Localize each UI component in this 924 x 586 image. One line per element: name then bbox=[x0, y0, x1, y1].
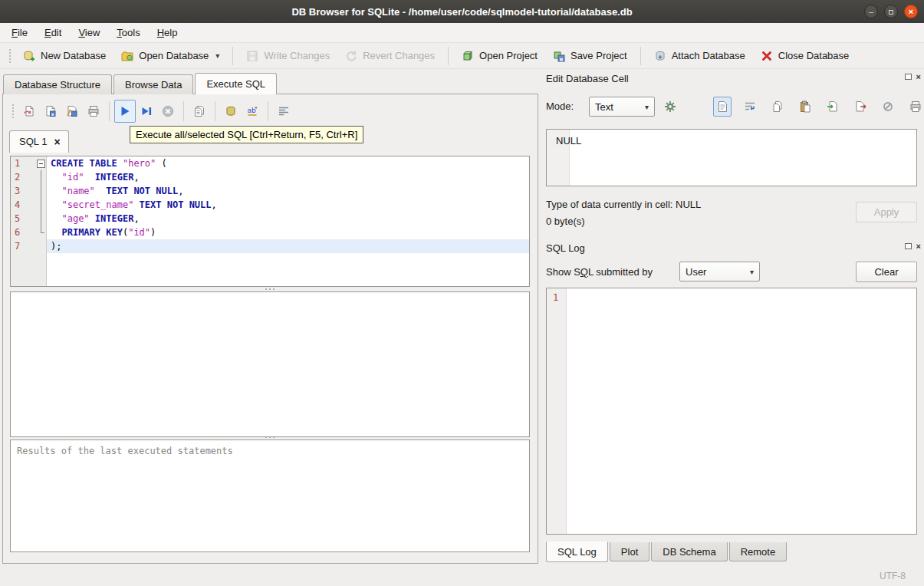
set-null-button[interactable] bbox=[879, 97, 897, 117]
encoding-indicator[interactable]: UTF-8 bbox=[880, 571, 906, 581]
save-as-view-button[interactable] bbox=[220, 100, 242, 123]
execute-current-line-button[interactable] bbox=[136, 100, 157, 123]
copy-cell-button[interactable] bbox=[768, 97, 787, 117]
results-grid[interactable] bbox=[10, 291, 530, 437]
save-project-button[interactable]: Save Project bbox=[545, 45, 635, 67]
tab-db-schema[interactable]: DB Schema bbox=[651, 542, 727, 561]
format-sql-button[interactable] bbox=[273, 100, 294, 123]
mode-combo[interactable]: Text ▾ bbox=[589, 97, 655, 117]
new-database-button[interactable]: New Database bbox=[15, 45, 113, 67]
cell-editor-icons bbox=[713, 97, 924, 117]
save-sql-file-button[interactable] bbox=[40, 100, 61, 123]
code-text: "secret_name" TEXT NOT NULL, bbox=[51, 198, 217, 212]
write-changes-icon bbox=[246, 50, 258, 62]
text-mode-button[interactable] bbox=[713, 97, 732, 117]
open-database-button[interactable]: Open Database ▾ bbox=[113, 45, 227, 67]
tab-database-structure[interactable]: Database Structure bbox=[3, 74, 112, 94]
float-panel-icon[interactable] bbox=[905, 74, 912, 80]
editor-lines: 1CREATE TABLE "hero" (2 "id" INTEGER,3 "… bbox=[11, 156, 529, 253]
fold-guide bbox=[36, 184, 46, 198]
word-wrap-button[interactable] bbox=[741, 97, 759, 117]
statusbar: UTF-8 bbox=[0, 565, 924, 586]
sql-log-line-number: 1 bbox=[553, 292, 558, 303]
execute-all-icon bbox=[119, 105, 131, 117]
menu-view[interactable]: View bbox=[70, 24, 108, 41]
sql-tab-1[interactable]: SQL 1 × bbox=[9, 130, 69, 153]
log-filter-combo[interactable]: User ▾ bbox=[679, 262, 760, 281]
tab-remote[interactable]: Remote bbox=[729, 542, 788, 561]
open-project-icon bbox=[462, 50, 474, 62]
execute-all-button[interactable] bbox=[114, 100, 136, 123]
editor-line[interactable]: 4 "secret_name" TEXT NOT NULL, bbox=[11, 198, 529, 212]
line-number: 3 bbox=[15, 184, 33, 198]
fold-guide bbox=[36, 239, 46, 253]
tab-execute-sql[interactable]: Execute SQL bbox=[195, 73, 277, 94]
export-cell-data-button[interactable] bbox=[851, 97, 870, 117]
close-button[interactable]: × bbox=[904, 5, 918, 18]
close-panel-icon[interactable]: × bbox=[916, 73, 921, 81]
attach-database-button[interactable]: Attach Database bbox=[646, 45, 753, 67]
minimize-button[interactable]: – bbox=[864, 5, 878, 18]
cell-editor[interactable]: NULL bbox=[546, 129, 917, 186]
toolbar-drag-handle[interactable] bbox=[8, 48, 12, 64]
open-project-button[interactable]: Open Project bbox=[454, 45, 545, 67]
menu-help[interactable]: Help bbox=[149, 24, 186, 41]
set-null-icon bbox=[882, 100, 894, 113]
line-number: 4 bbox=[15, 198, 33, 212]
menu-edit[interactable]: Edit bbox=[36, 24, 70, 41]
cell-type-info: Type of data currently in cell: NULL bbox=[546, 199, 701, 210]
text-page-icon bbox=[717, 100, 728, 113]
line-number: 2 bbox=[15, 170, 33, 184]
clear-log-button[interactable]: Clear bbox=[856, 262, 917, 282]
chevron-down-icon: ▾ bbox=[750, 268, 754, 276]
execution-log[interactable]: Results of the last executed statements bbox=[10, 440, 530, 552]
execute-sql-pane: ab SQL 1 × bbox=[2, 94, 538, 564]
editor-line[interactable]: 6 PRIMARY KEY("id") bbox=[11, 226, 529, 239]
mode-label: Mode: bbox=[546, 100, 574, 112]
editor-line[interactable]: 1CREATE TABLE "hero" ( bbox=[11, 156, 529, 170]
print-icon bbox=[87, 105, 100, 117]
editor-line[interactable]: 5 "age" INTEGER, bbox=[11, 212, 529, 226]
fold-guide bbox=[36, 212, 46, 226]
stop-execution-icon bbox=[162, 105, 174, 117]
copy-icon bbox=[771, 100, 784, 113]
sql-toolbar-separator bbox=[183, 101, 184, 121]
sql-code-editor[interactable]: 1CREATE TABLE "hero" (2 "id" INTEGER,3 "… bbox=[10, 156, 530, 287]
editor-line[interactable]: 3 "name" TEXT NOT NULL, bbox=[11, 184, 529, 198]
editor-line[interactable]: 2 "id" INTEGER, bbox=[11, 170, 529, 184]
paste-cell-button[interactable] bbox=[796, 97, 814, 117]
maximize-button[interactable] bbox=[884, 5, 898, 18]
cell-settings-button[interactable] bbox=[661, 97, 679, 117]
tab-sql-log[interactable]: SQL Log bbox=[546, 542, 608, 562]
revert-changes-button: Revert Changes bbox=[337, 45, 442, 67]
tab-browse-data[interactable]: Browse Data bbox=[113, 74, 193, 94]
save-sql-file-as-button[interactable] bbox=[61, 100, 83, 123]
gear-icon bbox=[664, 100, 676, 113]
editor-line[interactable]: 7); bbox=[11, 239, 529, 253]
print-cell-button[interactable] bbox=[906, 97, 924, 117]
titlebar[interactable]: DB Browser for SQLite - /home/user/code/… bbox=[0, 0, 924, 23]
close-panel-icon[interactable]: × bbox=[916, 242, 921, 250]
export-csv-button[interactable] bbox=[189, 100, 210, 123]
open-sql-file-button[interactable] bbox=[18, 100, 40, 123]
sql-tab-close-icon[interactable]: × bbox=[54, 137, 60, 146]
apply-button: Apply bbox=[856, 202, 917, 222]
import-cell-data-button[interactable] bbox=[824, 97, 842, 117]
print-icon bbox=[909, 100, 922, 113]
find-replace-button[interactable]: ab bbox=[242, 100, 263, 123]
close-database-button[interactable]: Close Database bbox=[753, 45, 857, 67]
menu-tools[interactable]: Tools bbox=[108, 24, 148, 41]
mode-combo-value: Text bbox=[595, 101, 613, 113]
sql-log-view[interactable]: 1 bbox=[546, 288, 917, 535]
float-panel-icon[interactable] bbox=[905, 243, 912, 249]
sql-toolbar-drag-handle[interactable] bbox=[12, 104, 15, 119]
maximize-icon bbox=[889, 10, 893, 15]
tab-plot[interactable]: Plot bbox=[610, 542, 649, 561]
cell-size-info: 0 byte(s) bbox=[546, 216, 585, 227]
menu-file[interactable]: File bbox=[3, 24, 36, 41]
fold-collapse-icon[interactable] bbox=[36, 156, 46, 170]
print-sql-button[interactable] bbox=[83, 100, 104, 123]
open-database-icon bbox=[121, 50, 133, 62]
open-database-dropdown-icon[interactable]: ▾ bbox=[215, 51, 219, 60]
code-text: "name" TEXT NOT NULL, bbox=[51, 184, 183, 198]
